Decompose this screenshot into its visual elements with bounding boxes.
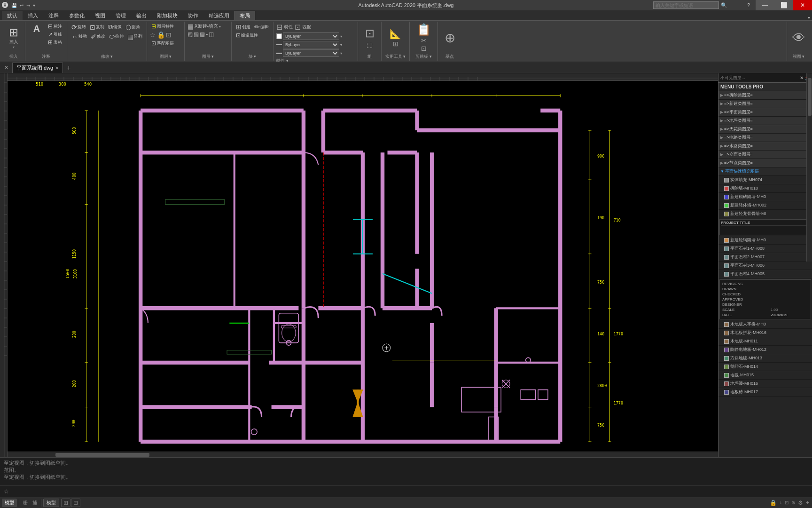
layer-section-ceiling[interactable]: ▶ =>天花类图层=	[718, 125, 812, 134]
create-block-btn[interactable]: ⊞创建	[234, 23, 252, 31]
layer-section-new[interactable]: ▶ =>新建类图层=	[718, 100, 812, 108]
tab-addons[interactable]: 附加模块	[152, 11, 183, 20]
cut-icon[interactable]: ✂	[421, 37, 427, 44]
linetype-by-layer-select[interactable]: ByLayer	[283, 41, 339, 48]
layer-section-floor[interactable]: ▶ =>地坪类图层=	[718, 117, 812, 125]
array-btn[interactable]: ▦阵列	[126, 32, 144, 41]
text-btn[interactable]: A	[28, 23, 45, 46]
fillet-btn[interactable]: ⬡圆角	[124, 23, 141, 32]
tab-default[interactable]: 默认	[2, 11, 23, 20]
close-panel-btn[interactable]: ✕	[2, 64, 10, 72]
layer-section-water[interactable]: ▶ =>水路类图层=	[718, 142, 812, 151]
basepoint-icon[interactable]: ⊕	[445, 30, 455, 46]
color-by-layer-select[interactable]: ByLayer	[283, 32, 339, 40]
tab-output[interactable]: 输出	[131, 11, 152, 20]
view-icon[interactable]: 👁	[792, 30, 805, 46]
layer-item-12[interactable]: 木地板-MH011	[718, 337, 812, 346]
h-scrollbar[interactable]	[8, 452, 718, 457]
status-settings-icon[interactable]: ⚙	[797, 500, 804, 506]
stretch-btn[interactable]: ⬭拉伸	[108, 32, 125, 41]
tab-layout[interactable]: 布局	[234, 11, 255, 20]
tab-manage[interactable]: 管理	[110, 11, 131, 20]
paste-icon[interactable]: 📋	[417, 23, 431, 36]
layer-section-node[interactable]: ▶ =>节点类图层=	[718, 159, 812, 167]
copy2-icon[interactable]: ⊡	[421, 45, 427, 52]
ungroup-icon[interactable]: ⬚	[367, 41, 373, 48]
panel-close-btn[interactable]: ✕	[800, 75, 804, 80]
drawing-tab-close-icon[interactable]: ✕	[55, 65, 59, 71]
rotate-btn[interactable]: ⟳旋转	[70, 23, 87, 32]
properties-match-icon[interactable]: ⊟	[276, 23, 282, 32]
help-icon[interactable]: ?	[742, 0, 756, 10]
layer-item-4[interactable]: 新建轻龙骨骨墙-MI	[718, 210, 812, 218]
close-btn[interactable]: ✕	[793, 0, 812, 10]
hatch-dropdown-icon[interactable]: ▾	[219, 24, 221, 29]
leader-btn[interactable]: ↗引线	[46, 31, 64, 38]
v-scroll-thumb[interactable]	[808, 78, 812, 116]
layer-section-electric[interactable]: ▶ =>电路类图层=	[718, 134, 812, 142]
linetype-dropdown-icon[interactable]: ▾	[340, 43, 342, 47]
bottom-grid-icon[interactable]: ⊞	[61, 499, 70, 507]
hatch-icon2[interactable]: ▧	[194, 31, 199, 38]
status-arrow-icon[interactable]: ↕	[779, 500, 783, 505]
layer-item-10[interactable]: 木地板人字拼-MH0	[718, 320, 812, 329]
tab-annotation[interactable]: 注释	[43, 11, 64, 20]
hatch-icon1[interactable]: ▨	[187, 31, 193, 38]
bottom-grid2-icon[interactable]: ⊟	[71, 499, 80, 507]
canvas-area[interactable]: .wall { stroke: #cc88cc; stroke-width: 8…	[8, 81, 718, 452]
dimension-btn[interactable]: ⊟标注	[46, 23, 64, 30]
title-dropdown-icon[interactable]: ▾	[33, 3, 35, 8]
status-lock-icon[interactable]: 🔒	[769, 500, 778, 506]
lineweight-by-layer-select[interactable]: ByLayer	[283, 49, 339, 57]
layer-section-expand[interactable]: ▶ =>拆除类图层=	[718, 91, 812, 100]
search-input[interactable]	[653, 1, 719, 9]
measure-icon[interactable]: 📐	[390, 28, 401, 40]
layer-item-17[interactable]: 地坪漆-MH016	[718, 380, 812, 388]
layer-item-15[interactable]: 鹅卵石-MH014	[718, 363, 812, 371]
layer-item-9[interactable]: 平面石材4-MH005	[718, 270, 812, 278]
mirror-btn[interactable]: ⧉镜像	[107, 23, 123, 32]
layer-item-16[interactable]: 地毯-MH015	[718, 371, 812, 380]
tab-insert[interactable]: 插入	[23, 11, 43, 20]
layer-color-icon[interactable]: ⊡	[166, 31, 172, 39]
layer-section-plan[interactable]: ▶ =>平面类图层=	[718, 108, 812, 117]
lineweight-dropdown-icon[interactable]: ▾	[340, 51, 342, 56]
hatch-icon5[interactable]: ◫	[209, 31, 214, 38]
table-btn[interactable]: ⊞表格	[46, 39, 64, 46]
command-input[interactable]	[11, 488, 808, 494]
layer-item-3[interactable]: 新建轻体墙-MH002	[718, 201, 812, 210]
new-tab-btn[interactable]: +	[64, 64, 73, 72]
edit-block-btn[interactable]: ✏编辑	[253, 23, 270, 31]
hatch-icon4[interactable]: ▪	[206, 31, 208, 38]
layer-lock-icon[interactable]: 🔒	[157, 31, 165, 39]
status-model-btn[interactable]: 模型	[2, 499, 17, 507]
group-icon[interactable]: ⊡	[365, 27, 375, 40]
maximize-btn[interactable]: ⬜	[774, 0, 793, 10]
status-plus-icon[interactable]: +	[805, 500, 810, 506]
drawing-tab-main[interactable]: 平面系统图.dwg ✕	[12, 63, 63, 73]
layer-match-btn[interactable]: ⊡匹配图层	[150, 40, 181, 47]
bottom-model-tab[interactable]: 模型	[43, 499, 59, 507]
edit-attr-btn[interactable]: ⊡编辑属性	[234, 32, 270, 39]
color-dropdown-icon[interactable]: ▾	[340, 34, 342, 39]
tab-parametric[interactable]: 参数化	[64, 11, 90, 20]
move-btn[interactable]: ↔移动	[70, 32, 88, 41]
layer-section-elevation[interactable]: ▶ =>立面类图层=	[718, 151, 812, 159]
status-grid-btn[interactable]: 栅	[21, 499, 30, 507]
v-scrollbar[interactable]	[806, 73, 812, 262]
tab-expand-icon[interactable]: ▾	[808, 15, 810, 20]
layer-item-18[interactable]: 地板砖-MH017	[718, 388, 812, 397]
layer-item-14[interactable]: 方块地毯-MH013	[718, 354, 812, 363]
count-icon[interactable]: ⊞	[393, 40, 398, 48]
status-snap-btn[interactable]: 捕	[31, 499, 39, 507]
layer-properties-btn[interactable]: ⊟图层特性	[150, 23, 181, 30]
minimize-btn[interactable]: —	[756, 0, 774, 10]
properties-match2-icon[interactable]: ⊡	[295, 23, 301, 32]
redo-icon[interactable]: ↪	[26, 3, 30, 8]
scale-btn[interactable]: ✐修改	[89, 32, 107, 41]
quick-save-icon[interactable]: 💾	[11, 3, 17, 8]
status-nav-icon[interactable]: ⊡	[784, 500, 789, 505]
tab-collaborate[interactable]: 协作	[183, 11, 203, 20]
layer-item-5[interactable]: 新建轻钢隔墙-MH0	[718, 236, 812, 245]
layer-freeze-icon[interactable]: ☆	[150, 31, 156, 39]
